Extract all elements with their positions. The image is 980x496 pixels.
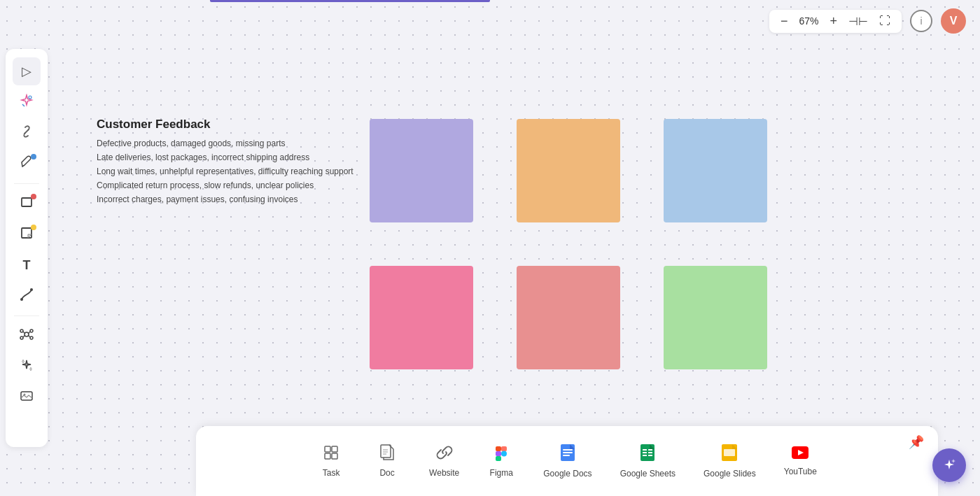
tool-media[interactable]	[13, 383, 41, 411]
gslides-label: Google Slides	[704, 469, 756, 479]
bottom-item-task[interactable]: Task	[303, 437, 359, 485]
zoom-fullscreen-button[interactable]: ⛶	[876, 13, 893, 29]
text-line-2: Late deliveries, lost packages, incorrec…	[97, 151, 363, 164]
svg-line-1	[22, 104, 24, 106]
bottom-item-doc[interactable]: Doc	[359, 437, 415, 485]
zoom-in-button[interactable]: +	[827, 13, 840, 30]
svg-rect-22	[332, 453, 337, 459]
svg-rect-37	[643, 449, 647, 451]
text-line-1: Defective products, damaged goods, missi…	[97, 137, 363, 150]
figma-label: Figma	[490, 468, 513, 478]
svg-point-0	[29, 96, 31, 99]
figma-icon	[493, 444, 510, 464]
top-bar-controls: − 67% + ⊣⊢ ⛶ i V	[769, 8, 966, 34]
magic-icon	[20, 94, 34, 111]
task-label: Task	[323, 468, 340, 478]
pen-dot	[31, 154, 36, 160]
media-icon	[20, 389, 34, 406]
svg-point-6	[20, 298, 23, 301]
info-icon: i	[920, 15, 922, 27]
svg-point-30	[501, 451, 507, 457]
svg-rect-41	[643, 455, 647, 456]
svg-rect-33	[563, 449, 573, 451]
svg-point-7	[30, 288, 33, 291]
svg-rect-21	[325, 453, 330, 459]
zoom-controls: − 67% + ⊣⊢ ⛶	[769, 10, 902, 33]
zoom-level-display: 67%	[796, 15, 821, 27]
tool-effects[interactable]	[13, 353, 41, 381]
tool-link[interactable]	[13, 119, 41, 147]
svg-point-8	[24, 332, 29, 336]
tool-text[interactable]: T	[13, 251, 41, 279]
gslides-icon	[721, 444, 738, 465]
tool-rect[interactable]	[13, 190, 41, 218]
svg-rect-42	[648, 455, 652, 456]
svg-rect-31	[496, 456, 501, 461]
svg-point-9	[20, 330, 23, 332]
svg-rect-19	[325, 446, 330, 452]
avatar[interactable]: V	[941, 8, 966, 34]
doc-icon	[379, 444, 395, 464]
svg-rect-34	[563, 452, 573, 453]
separator-2	[14, 316, 39, 316]
gdocs-icon	[560, 444, 575, 465]
color-block-orange[interactable]	[517, 119, 620, 222]
gsheets-icon	[640, 444, 655, 465]
bottom-bar: 📌 Task Doc	[196, 426, 938, 496]
text-line-5: Incorrect charges, payment issues, confu…	[97, 193, 363, 206]
bottom-item-figma[interactable]: Figma	[473, 437, 529, 485]
color-block-green[interactable]	[664, 266, 767, 369]
svg-rect-29	[496, 451, 501, 456]
svg-point-10	[30, 330, 33, 332]
network-icon	[20, 327, 34, 345]
bottom-item-website[interactable]: Website	[415, 437, 473, 485]
connector-icon	[20, 288, 34, 305]
text-block-title: Customer Feedback	[97, 118, 363, 132]
bottom-item-google-slides[interactable]: Google Slides	[690, 437, 770, 486]
youtube-icon	[791, 446, 809, 462]
svg-rect-38	[648, 449, 652, 451]
svg-line-2	[24, 129, 29, 134]
pin-button[interactable]: 📌	[909, 434, 924, 450]
task-icon	[323, 444, 340, 464]
svg-point-12	[30, 336, 33, 339]
text-line-3: Long wait times, unhelpful representativ…	[97, 165, 363, 178]
ai-assistant-fab[interactable]	[932, 448, 966, 482]
top-bar: − 67% + ⊣⊢ ⛶ i V	[0, 0, 980, 42]
svg-rect-35	[563, 455, 570, 456]
zoom-out-button[interactable]: −	[778, 13, 791, 30]
color-block-pink[interactable]	[370, 266, 473, 369]
bottom-item-youtube[interactable]: YouTube	[770, 439, 831, 483]
tool-cursor[interactable]: ▷	[13, 57, 41, 85]
svg-rect-20	[332, 446, 337, 452]
tool-network[interactable]	[13, 322, 41, 350]
cursor-icon: ▷	[22, 64, 31, 79]
website-label: Website	[429, 468, 459, 478]
zoom-fit-button[interactable]: ⊣⊢	[846, 13, 871, 29]
tool-connector[interactable]	[13, 282, 41, 310]
separator-1	[14, 183, 39, 184]
svg-rect-27	[496, 446, 501, 451]
rect-dot	[31, 194, 36, 199]
sidebar: ▷	[6, 49, 48, 447]
website-icon	[436, 444, 453, 464]
gdocs-label: Google Docs	[543, 469, 592, 479]
canvas-content: Customer Feedback Defective products, da…	[48, 42, 980, 426]
svg-rect-5	[22, 228, 31, 238]
svg-rect-4	[22, 198, 31, 206]
link-icon	[20, 125, 34, 142]
color-block-salmon[interactable]	[517, 266, 620, 369]
svg-rect-39	[643, 452, 647, 453]
bottom-item-google-docs[interactable]: Google Docs	[529, 437, 606, 486]
svg-rect-23	[381, 445, 391, 458]
info-button[interactable]: i	[910, 10, 932, 32]
bottom-item-google-sheets[interactable]: Google Sheets	[606, 437, 690, 486]
color-block-blue[interactable]	[664, 119, 767, 222]
svg-rect-44	[724, 449, 735, 456]
doc-label: Doc	[379, 468, 394, 478]
tool-magic[interactable]	[13, 88, 41, 116]
tool-pen[interactable]	[13, 150, 41, 178]
tool-sticky[interactable]	[13, 220, 41, 248]
color-block-purple[interactable]	[370, 119, 473, 222]
effects-icon	[20, 358, 34, 376]
